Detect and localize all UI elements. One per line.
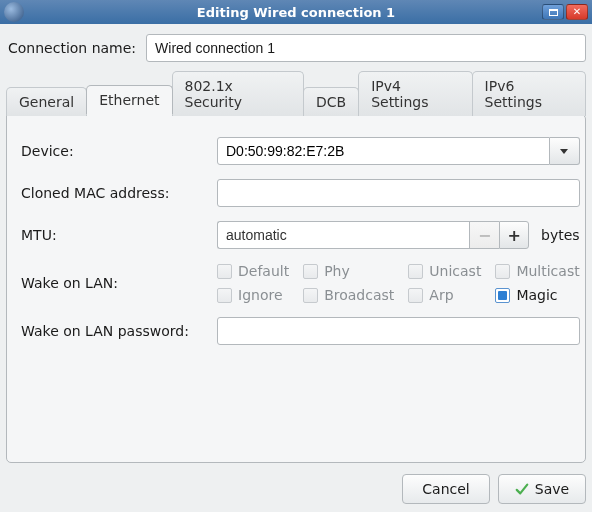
cloned-mac-input[interactable] — [217, 179, 580, 207]
maximize-icon — [549, 9, 558, 16]
wol-option-arp[interactable]: Arp — [408, 287, 481, 303]
wol-option-default[interactable]: Default — [217, 263, 289, 279]
checkbox-label: Unicast — [429, 263, 481, 279]
tab-ethernet[interactable]: Ethernet — [86, 85, 172, 115]
checkbox-label: Phy — [324, 263, 350, 279]
tab-label: 802.1x Security — [185, 78, 243, 110]
device-combo[interactable] — [217, 137, 580, 165]
maximize-button[interactable] — [542, 4, 564, 20]
titlebar: Editing Wired connection 1 ✕ — [0, 0, 592, 24]
wol-password-input[interactable] — [217, 317, 580, 345]
cancel-button[interactable]: Cancel — [402, 474, 490, 504]
mtu-increment-button[interactable]: + — [499, 221, 529, 249]
window-title: Editing Wired connection 1 — [0, 5, 592, 20]
connection-name-input[interactable] — [146, 34, 586, 62]
button-label: Cancel — [422, 481, 469, 497]
checkbox-label: Arp — [429, 287, 453, 303]
wol-option-unicast[interactable]: Unicast — [408, 263, 481, 279]
connection-name-label: Connection name: — [6, 40, 136, 56]
dialog-footer: Cancel Save — [6, 474, 586, 504]
device-input[interactable] — [217, 137, 550, 165]
tab-label: Ethernet — [99, 92, 159, 108]
mtu-unit: bytes — [541, 227, 580, 243]
tab-pane-ethernet: Device: Cloned MAC address: MTU: − + — [6, 114, 586, 463]
connection-name-row: Connection name: — [6, 34, 586, 62]
tab-ipv6[interactable]: IPv6 Settings — [472, 71, 586, 116]
checkbox-label: Default — [238, 263, 289, 279]
device-dropdown-button[interactable] — [550, 137, 580, 165]
wol-label: Wake on LAN: — [21, 275, 203, 291]
tab-label: DCB — [316, 94, 346, 110]
save-button[interactable]: Save — [498, 474, 586, 504]
close-button[interactable]: ✕ — [566, 4, 588, 20]
chevron-down-icon — [560, 149, 568, 154]
cloned-mac-label: Cloned MAC address: — [21, 185, 203, 201]
wol-option-magic[interactable]: Magic — [495, 287, 579, 303]
tab-label: IPv4 Settings — [371, 78, 428, 110]
checkbox-label: Magic — [516, 287, 557, 303]
check-icon — [515, 482, 529, 496]
wol-option-multicast[interactable]: Multicast — [495, 263, 579, 279]
wol-option-broadcast[interactable]: Broadcast — [303, 287, 394, 303]
checkbox-label: Broadcast — [324, 287, 394, 303]
tab-ipv4[interactable]: IPv4 Settings — [358, 71, 472, 116]
mtu-label: MTU: — [21, 227, 203, 243]
tab-8021x[interactable]: 802.1x Security — [172, 71, 304, 116]
button-label: Save — [535, 481, 569, 497]
tab-general[interactable]: General — [6, 87, 87, 116]
tabs: General Ethernet 802.1x Security DCB IPv… — [6, 70, 586, 115]
device-label: Device: — [21, 143, 203, 159]
checkbox-label: Ignore — [238, 287, 283, 303]
tab-label: IPv6 Settings — [485, 78, 542, 110]
wol-options: Default Phy Unicast Multicast Ignore — [217, 263, 580, 303]
mtu-input[interactable] — [217, 221, 469, 249]
mtu-decrement-button: − — [469, 221, 499, 249]
wol-option-ignore[interactable]: Ignore — [217, 287, 289, 303]
tab-label: General — [19, 94, 74, 110]
wol-option-phy[interactable]: Phy — [303, 263, 394, 279]
checkbox-label: Multicast — [516, 263, 579, 279]
close-icon: ✕ — [573, 7, 581, 17]
tab-dcb[interactable]: DCB — [303, 87, 359, 116]
app-icon — [4, 2, 24, 22]
wol-password-label: Wake on LAN password: — [21, 323, 203, 339]
